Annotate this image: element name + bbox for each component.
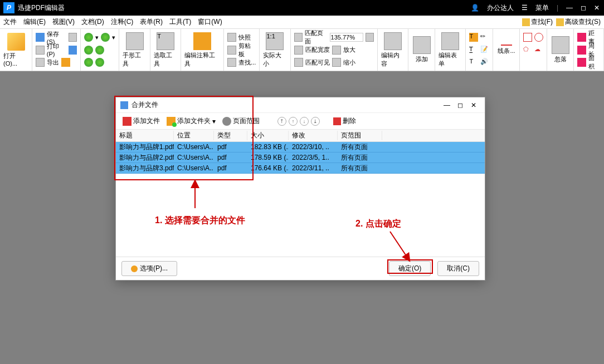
nav1-icon[interactable] bbox=[84, 46, 93, 55]
fit-page-button[interactable]: 匹配页面 bbox=[294, 31, 374, 43]
sound-icon[interactable]: 🔊 bbox=[480, 58, 489, 67]
dialog-close-button[interactable]: ✕ bbox=[467, 101, 480, 109]
menu-edit[interactable]: 编辑(E) bbox=[23, 17, 46, 27]
minimize-button[interactable]: — bbox=[566, 4, 573, 12]
hamburger-icon[interactable]: ☰ bbox=[522, 4, 528, 12]
fit-visible-icon bbox=[294, 58, 303, 67]
col-size[interactable]: 大小 bbox=[247, 131, 289, 140]
menu-file[interactable]: 文件 bbox=[3, 17, 17, 27]
table-row[interactable]: 影响力与品牌3.pdfC:\Users\A..pdf176.64 KB (..2… bbox=[116, 163, 485, 174]
undo-icon[interactable] bbox=[84, 33, 93, 42]
close-button[interactable]: ✕ bbox=[594, 4, 600, 12]
zoom-search-icon[interactable] bbox=[366, 33, 374, 42]
app-title: 迅捷PDF编辑器 bbox=[18, 3, 471, 13]
hand-tool[interactable]: 手形工具 bbox=[119, 29, 150, 71]
dialog-maximize-button[interactable]: ◻ bbox=[454, 101, 467, 109]
poly-icon[interactable]: ⬠ bbox=[523, 46, 532, 55]
user-name[interactable]: 办公达人 bbox=[487, 3, 514, 13]
gear-small-icon bbox=[131, 265, 138, 272]
edit-content-icon bbox=[384, 32, 402, 50]
print-icon bbox=[36, 46, 44, 55]
find-ribbon-button[interactable]: 查找... bbox=[227, 56, 256, 68]
perimeter-icon bbox=[577, 46, 586, 55]
cancel-button[interactable]: 取消(C) bbox=[437, 261, 479, 276]
underline-icon[interactable]: T̲ bbox=[469, 46, 478, 55]
app-logo-icon: P bbox=[3, 2, 14, 13]
add-folder-button[interactable]: 添加文件夹▾ bbox=[164, 115, 218, 127]
menu-form[interactable]: 表单(R) bbox=[140, 17, 163, 27]
col-range[interactable]: 页范围 bbox=[338, 131, 382, 140]
options-button[interactable]: 选项(P)... bbox=[121, 261, 177, 276]
ok-button[interactable]: 确定(O) bbox=[389, 261, 431, 276]
merge-files-dialog: 合并文件 — ◻ ✕ 添加文件 添加文件夹▾ 页面范围 ⤒ ↑ ↓ ⤓ 删除 标… bbox=[115, 97, 485, 281]
edit-form-button[interactable]: 编辑表单 bbox=[435, 29, 466, 71]
print-button[interactable]: 打印(P) bbox=[47, 42, 66, 57]
page-range-button[interactable]: 页面范围 bbox=[220, 115, 262, 127]
fit-visible-button[interactable]: 匹配可见 缩小 bbox=[294, 56, 374, 68]
user-icon[interactable]: 👤 bbox=[471, 4, 479, 12]
col-modified[interactable]: 修改 bbox=[289, 131, 338, 140]
menu-anno[interactable]: 注释(C) bbox=[111, 17, 134, 27]
dialog-titlebar: 合并文件 — ◻ ✕ bbox=[116, 97, 485, 113]
person-icon bbox=[552, 36, 569, 54]
ignore-button[interactable]: 忽落 bbox=[547, 29, 574, 71]
redo-icon[interactable] bbox=[101, 33, 110, 42]
select-tool[interactable]: T选取工具 bbox=[150, 29, 181, 71]
nav4-icon[interactable] bbox=[95, 58, 104, 67]
move-down-button[interactable]: ↓ bbox=[300, 117, 309, 126]
add-file-button[interactable]: 添加文件 bbox=[120, 115, 162, 127]
rect-icon[interactable] bbox=[523, 33, 532, 42]
find-button[interactable]: 查找(F) bbox=[522, 17, 553, 27]
delete-icon bbox=[333, 117, 341, 125]
folder-open-icon bbox=[7, 33, 25, 51]
select-icon: T bbox=[157, 32, 174, 50]
nav2-icon[interactable] bbox=[95, 46, 104, 55]
clipboard-button[interactable]: 剪粘板 bbox=[227, 44, 256, 56]
stamp-icon[interactable]: T bbox=[469, 58, 478, 67]
note-icon[interactable]: 📝 bbox=[480, 46, 489, 55]
col-location[interactable]: 位置 bbox=[174, 131, 214, 140]
menu-view[interactable]: 视图(V) bbox=[52, 17, 75, 27]
menu-doc[interactable]: 文档(D) bbox=[81, 17, 104, 27]
move-bottom-button[interactable]: ⤓ bbox=[311, 117, 320, 126]
area-icon bbox=[577, 58, 586, 67]
extra3-icon[interactable] bbox=[61, 58, 70, 67]
menu-tools[interactable]: 工具(T) bbox=[169, 17, 191, 27]
line-button[interactable]: 线条... bbox=[493, 29, 520, 71]
dialog-minimize-button[interactable]: — bbox=[440, 101, 454, 109]
fit-width-button[interactable]: 匹配宽度 放大 bbox=[294, 44, 374, 56]
titlebar: P 迅捷PDF编辑器 👤 办公达人 ☰ 菜单 | — ◻ ✕ bbox=[0, 0, 604, 16]
zoom-input[interactable] bbox=[330, 33, 363, 42]
nav3-icon[interactable] bbox=[84, 58, 93, 67]
find-icon bbox=[522, 18, 530, 26]
shape3-icon[interactable] bbox=[523, 58, 532, 67]
adv-find-icon bbox=[556, 18, 564, 26]
strike-icon[interactable]: ✏ bbox=[480, 33, 489, 42]
menu-label[interactable]: 菜单 bbox=[535, 3, 549, 13]
fit-width-icon bbox=[294, 46, 303, 55]
maximize-button[interactable]: ◻ bbox=[581, 4, 586, 12]
shape4-icon[interactable] bbox=[534, 58, 543, 67]
highlight-icon[interactable]: T bbox=[469, 33, 478, 42]
advanced-find-button[interactable]: 高级查找(S) bbox=[556, 17, 601, 27]
open-button[interactable]: 打开(O)... bbox=[0, 29, 32, 71]
menu-window[interactable]: 窗口(W) bbox=[198, 17, 222, 27]
table-row[interactable]: 影响力与品牌1.pdfC:\Users\A..pdf182.83 KB (..2… bbox=[116, 142, 485, 153]
cloud-icon[interactable]: ☁ bbox=[534, 46, 543, 55]
extra2-icon[interactable] bbox=[69, 46, 77, 55]
circle-icon[interactable] bbox=[534, 33, 543, 42]
col-type[interactable]: 类型 bbox=[214, 131, 247, 140]
area-button[interactable]: 面积 bbox=[577, 56, 600, 68]
edit-content-button[interactable]: 编辑内容 bbox=[378, 29, 408, 71]
col-title[interactable]: 标题 bbox=[116, 131, 174, 140]
edit-anno-tool[interactable]: 编辑注释工具 bbox=[181, 29, 224, 71]
edit-anno-icon bbox=[193, 32, 211, 50]
actual-size-button[interactable]: 1:1实际大小 bbox=[260, 29, 290, 71]
delete-button[interactable]: 删除 bbox=[331, 115, 358, 127]
move-up-button[interactable]: ↑ bbox=[289, 117, 298, 126]
export-button[interactable]: 导出 bbox=[47, 58, 59, 67]
table-row[interactable]: 影响力与品牌2.pdfC:\Users\A..pdf178.59 KB (..2… bbox=[116, 153, 485, 163]
move-top-button[interactable]: ⤒ bbox=[277, 117, 286, 126]
extra-icon[interactable] bbox=[69, 33, 77, 42]
add-button[interactable]: 添加 bbox=[408, 29, 435, 71]
